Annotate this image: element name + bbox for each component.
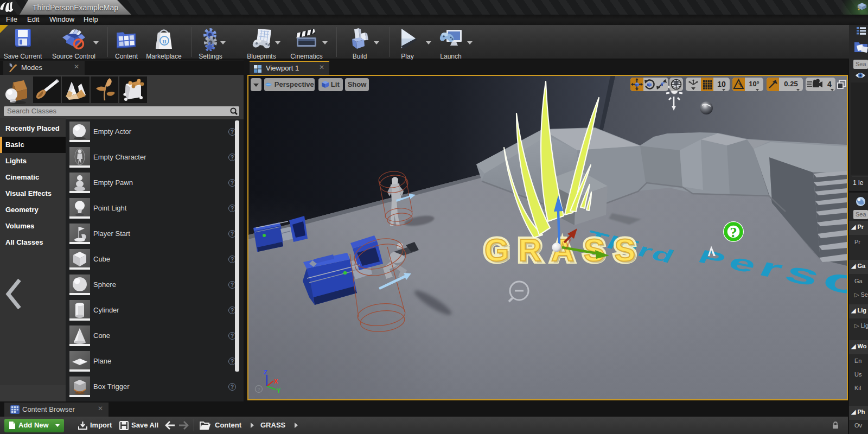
svg-text:u: u	[162, 37, 166, 45]
svg-text:X: X	[274, 378, 278, 385]
svg-text:Z: Z	[264, 369, 267, 375]
svg-text:?: ?	[257, 387, 260, 392]
svg-text:GRASS: GRASS	[484, 232, 645, 267]
svg-text:Y: Y	[277, 387, 281, 394]
svg-text:?: ?	[730, 225, 737, 240]
